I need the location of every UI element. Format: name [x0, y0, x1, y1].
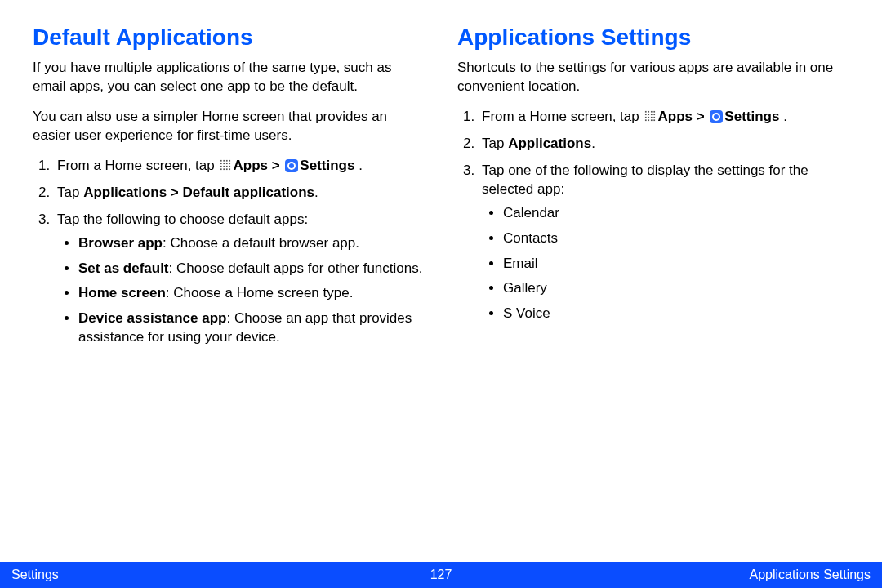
page-footer: Settings 127 Applications Settings	[0, 562, 882, 588]
step-item: From a Home screen, tap Apps > Settings …	[479, 108, 849, 127]
settings-gear-icon	[710, 110, 723, 123]
step-item: Tap Applications.	[479, 135, 849, 154]
steps-list: From a Home screen, tap Apps > Settings …	[457, 108, 849, 323]
column-right: Applications Settings Shortcuts to the s…	[457, 24, 849, 547]
step-item: Tap one of the following to display the …	[479, 162, 849, 324]
step-item: From a Home screen, tap Apps > Settings …	[54, 157, 425, 176]
settings-gear-icon	[285, 159, 298, 172]
list-item: Email	[503, 255, 849, 274]
bullet-list: Browser app: Choose a default browser ap…	[57, 234, 425, 348]
list-item: Home screen: Choose a Home screen type.	[78, 284, 425, 303]
paragraph: If you have multiple applications of the…	[33, 59, 425, 96]
footer-right: Applications Settings	[749, 568, 871, 582]
heading-default-applications: Default Applications	[33, 24, 425, 51]
paragraph: You can also use a simpler Home screen t…	[33, 108, 425, 145]
list-item: Gallery	[503, 279, 849, 298]
list-item: Set as default: Choose default apps for …	[78, 260, 425, 278]
list-item: Calendar	[503, 204, 849, 223]
heading-applications-settings: Applications Settings	[457, 24, 849, 51]
list-item: S Voice	[503, 305, 849, 323]
step-item: Tap Applications > Default applications.	[54, 184, 425, 203]
list-item: Contacts	[503, 229, 849, 248]
bullet-list: Calendar Contacts Email Gallery S Voice	[482, 204, 849, 324]
paragraph: Shortcuts to the settings for various ap…	[457, 59, 849, 96]
footer-left: Settings	[11, 568, 59, 582]
column-left: Default Applications If you have multipl…	[33, 24, 425, 547]
list-item: Device assistance app: Choose an app tha…	[78, 310, 425, 347]
list-item: Browser app: Choose a default browser ap…	[78, 234, 425, 253]
step-item: Tap the following to choose default apps…	[54, 211, 425, 348]
page-body: Default Applications If you have multipl…	[0, 0, 882, 547]
steps-list: From a Home screen, tap Apps > Settings …	[33, 157, 425, 348]
apps-grid-icon	[644, 110, 656, 122]
apps-grid-icon	[220, 159, 231, 171]
